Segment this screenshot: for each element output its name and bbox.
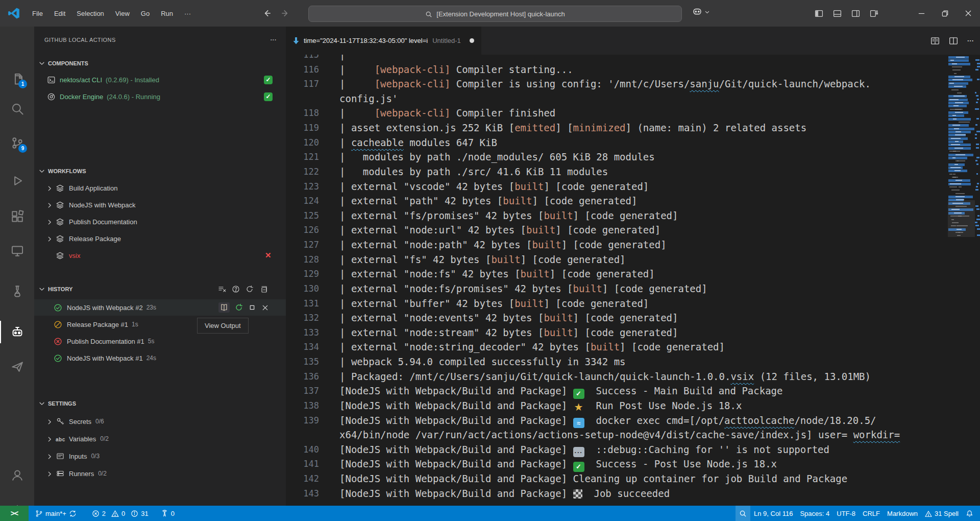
tab-secondary-label: Untitled-1 (432, 37, 461, 44)
chevron-right-icon[interactable] (46, 452, 54, 460)
copilot-button[interactable] (692, 6, 710, 16)
toggle-primary-sidebar-icon[interactable] (815, 9, 823, 17)
editor-group: time="2024-11-17T18:32:43-05:00" level=i… (286, 27, 980, 506)
overview-ruler[interactable] (975, 55, 980, 506)
activitybar-extensions-icon[interactable] (0, 204, 34, 229)
section-header-history[interactable]: HISTORY (34, 283, 286, 295)
workflow-item[interactable]: Build Application (34, 180, 286, 196)
activitybar-run-and-debug-icon[interactable] (0, 169, 34, 193)
history-help-icon[interactable] (232, 285, 240, 293)
settings-item-variables[interactable]: abcVariables0/2 (34, 431, 286, 446)
chevron-right-icon[interactable] (46, 218, 54, 226)
chevron-right-icon[interactable] (46, 469, 54, 478)
language-mode[interactable]: Markdown (884, 506, 921, 521)
tab-untitled-1[interactable]: time="2024-11-17T18:32:43-05:00" level=i… (286, 27, 482, 55)
minimap[interactable] (948, 55, 975, 506)
chevron-right-icon[interactable] (46, 234, 54, 243)
chevron-right-icon[interactable] (46, 417, 54, 425)
menu-overflow-icon[interactable]: ··· (179, 7, 197, 20)
activitybar-account-icon[interactable] (0, 463, 34, 487)
line-number: 132 (286, 311, 319, 325)
radio-tower-status-item[interactable]: 0 (157, 506, 178, 521)
workflow-error-x-icon[interactable]: ✕ (265, 251, 272, 260)
activitybar-explorer-icon[interactable]: 1 (0, 66, 34, 91)
editor-line: 136| Packaged: /mnt/c/Users/sanju/Git/qu… (286, 369, 980, 384)
component-checked-checkbox[interactable]: ✓ (264, 76, 273, 84)
go-back-icon[interactable] (262, 9, 272, 18)
activitybar-testing-flask-icon[interactable] (0, 279, 34, 303)
chevron-right-icon[interactable] (46, 435, 54, 443)
cursor-position[interactable]: Ln 9, Col 116 (750, 506, 796, 521)
indentation[interactable]: Spaces: 4 (796, 506, 833, 521)
activitybar-search-icon[interactable] (0, 97, 34, 121)
problems-status-item[interactable]: 2 0 31 (88, 506, 152, 521)
chevron-right-icon[interactable] (46, 184, 54, 192)
minimize-icon[interactable] (910, 0, 933, 27)
activitybar-github-local-actions-robot-icon[interactable] (0, 320, 34, 344)
activitybar-source-control-icon[interactable]: 9 (0, 131, 34, 155)
encoding[interactable]: UTF-8 (833, 506, 859, 521)
restore-icon[interactable] (933, 0, 957, 27)
settings-item-runners[interactable]: Runners0/2 (34, 466, 286, 481)
split-editor-icon[interactable] (949, 36, 958, 45)
history-item[interactable]: NodeJS with Webpack #124s (34, 350, 286, 366)
section-header-workflows[interactable]: WORKFLOWS (34, 165, 286, 177)
toggle-secondary-sidebar-icon[interactable] (851, 9, 860, 17)
history-refresh-icon[interactable] (246, 285, 254, 293)
component-checked-checkbox[interactable]: ✓ (264, 92, 273, 101)
spell-checker-status[interactable]: 31 Spell (921, 506, 962, 521)
workflow-label: Publish Documentation (69, 218, 137, 226)
command-center-search[interactable]: [Extension Development Host] quick-launc… (308, 6, 682, 22)
customize-layout-icon[interactable] (870, 9, 878, 17)
workflow-item[interactable]: vsix✕ (34, 248, 286, 263)
menu-edit[interactable]: Edit (48, 7, 71, 20)
line-number: 135 (286, 354, 319, 369)
menu-selection[interactable]: Selection (71, 7, 109, 20)
notifications-bell-icon[interactable] (962, 506, 977, 521)
close-icon[interactable] (957, 0, 980, 27)
editor-line: 115| (286, 55, 980, 62)
settings-item-secrets[interactable]: Secrets0/6 (34, 414, 286, 429)
activitybar-remote-explorer-icon[interactable] (0, 239, 34, 263)
menu-file[interactable]: File (27, 7, 48, 20)
remote-indicator[interactable]: >< (0, 506, 29, 521)
history-item[interactable]: NodeJS with Webpack #223s (34, 299, 286, 316)
settings-item-inputs[interactable]: Inputs0/3 (34, 448, 286, 464)
menu-run[interactable]: Run (155, 7, 179, 20)
quick-launch-status-icon[interactable] (736, 506, 750, 521)
history-collapse-all-icon[interactable] (259, 285, 267, 293)
view-output-book-icon[interactable] (218, 302, 230, 313)
modified-dot-icon[interactable] (470, 38, 474, 43)
activity-badge: 9 (18, 144, 27, 153)
chevron-right-icon[interactable] (46, 201, 54, 209)
menu-view[interactable]: View (110, 7, 135, 20)
section-header-components[interactable]: COMPONENTS (34, 57, 286, 69)
menu-go[interactable]: Go (135, 7, 155, 20)
warning-icon (111, 509, 119, 517)
history-item[interactable]: Publish Documentation #15s (34, 333, 286, 349)
stop-icon[interactable] (248, 303, 256, 312)
workflow-item[interactable]: NodeJS with Webpack (34, 197, 286, 212)
sidebar-more-actions-icon[interactable]: ··· (271, 37, 277, 43)
more-actions-icon[interactable]: ··· (967, 37, 974, 44)
history-clear-history-icon[interactable] (218, 285, 226, 293)
rerun-icon[interactable] (235, 303, 243, 312)
component-item[interactable]: Docker Engine(24.0.6) - Running✓ (34, 89, 286, 104)
workflow-item[interactable]: Publish Documentation (34, 214, 286, 229)
dismiss-x-icon[interactable] (261, 303, 269, 312)
editor-line: 131| external "buffer" 42 bytes [built] … (286, 296, 980, 311)
branch-status-item[interactable]: main*+ (32, 506, 80, 521)
activitybar-paper-plane-icon[interactable] (0, 354, 34, 379)
component-item[interactable]: nektos/act CLI(0.2.69) - Installed✓ (34, 72, 286, 87)
section-header-settings[interactable]: SETTINGS (34, 397, 286, 410)
go-forward-icon[interactable] (281, 9, 290, 18)
editor-line: 129| external "node:fs" 42 bytes [built]… (286, 267, 980, 281)
log-emoji-ck: ✓ (573, 462, 584, 472)
minimap-slider[interactable] (948, 200, 975, 237)
editor-pane[interactable]: 115|116| [webpack-cli] Compiler starting… (286, 55, 980, 506)
open-preview-icon[interactable] (930, 36, 940, 45)
workflow-item[interactable]: Release Package (34, 231, 286, 246)
toggle-panel-icon[interactable] (833, 9, 842, 17)
eol-sequence[interactable]: CRLF (859, 506, 884, 521)
layout-controls (815, 0, 878, 27)
